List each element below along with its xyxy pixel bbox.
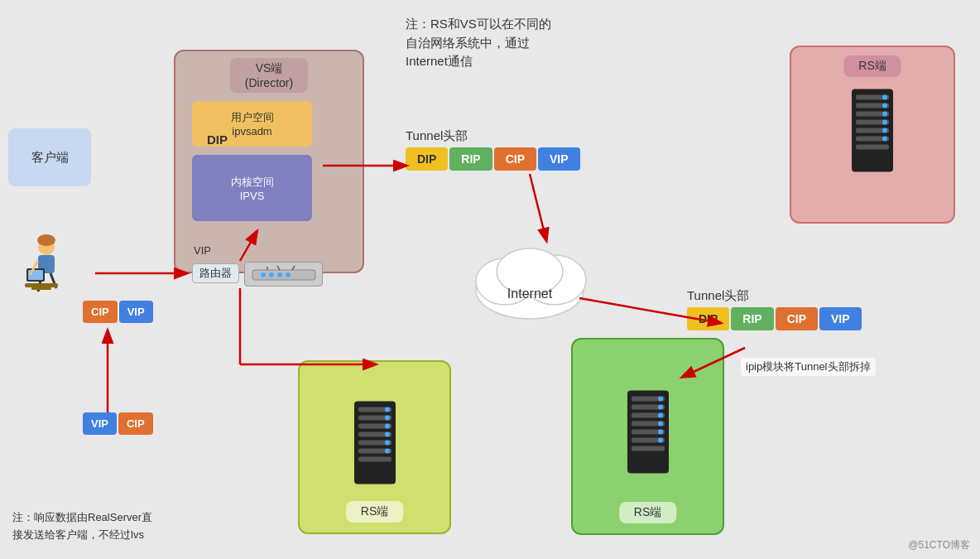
svg-point-49 [385,441,390,446]
svg-point-46 [385,416,390,421]
vip-label: VIP [194,244,211,257]
vs-box: VS端 (Director) 用户空间 ipvsadm 内核空间 IPVS VI… [174,50,364,273]
svg-rect-19 [25,283,58,287]
rs-label-bottom-right: RS端 [619,502,676,523]
svg-point-8 [882,94,887,99]
pkt-cip-top: CIP [494,147,536,171]
vs-label: VS端 (Director) [230,58,308,93]
svg-point-12 [882,128,887,133]
svg-point-13 [882,136,887,141]
svg-point-45 [385,407,390,412]
rs-box-topright: RS端 [790,46,955,224]
kernel-space: 内核空间 IPVS [192,155,312,221]
note-top: 注：RS和VS可以在不同的 自治网络系统中，通过 Internet通信 [406,15,551,71]
pkt-vip-client-bottom: VIP [83,412,117,435]
svg-point-10 [882,111,887,116]
svg-line-30 [277,266,280,270]
svg-text:Internet: Internet [507,287,553,301]
svg-rect-7 [856,144,889,149]
svg-point-25 [261,272,266,277]
svg-point-26 [269,272,274,277]
svg-point-15 [37,234,55,246]
svg-rect-20 [31,287,51,290]
watermark: @51CTO博客 [908,538,970,552]
note-bottom: 注：响应数据由RealServer直 接发送给客户端，不经过lvs [12,509,152,544]
svg-line-67 [530,174,546,240]
cip-vip-top: CIP VIP [83,301,153,323]
server-icon-bottom-left [342,398,408,489]
rs-label-topright: RS端 [843,55,901,77]
rs-box-bottom-right: RS端 [571,338,724,535]
ipip-text: ipip模块将Tunnel头部拆掉 [741,358,876,376]
pkt-vip-bottom: VIP [819,307,862,330]
internet-cloud: Internet [464,232,596,323]
server-icon-topright [839,84,906,176]
tunnel-top: Tunnel头部 DIP RIP CIP VIP [406,128,580,171]
svg-point-48 [385,432,390,437]
svg-point-61 [658,413,663,418]
svg-line-31 [292,266,295,270]
dip-label: DIP [207,133,228,147]
pkt-cip-client-bottom: CIP [118,412,153,435]
tunnel-bottom-packets: DIP RIP CIP VIP [687,307,862,330]
tunnel-bottom-label: Tunnel头部 [687,288,862,304]
tunnel-top-label: Tunnel头部 [406,128,580,144]
router-label: 路由器 [192,263,239,283]
svg-point-9 [882,103,887,108]
pkt-rip-bottom: RIP [731,307,773,330]
svg-point-50 [385,449,390,454]
pkt-vip-top: VIP [538,147,580,171]
svg-rect-58 [632,446,665,451]
pkt-cip-bottom: CIP [776,307,818,330]
client-label: 客户端 [31,150,69,166]
router-icon [244,262,323,287]
pkt-rip-top: RIP [449,147,492,171]
pkt-dip-bottom: DIP [687,307,729,330]
server-icon-bottom-right [615,387,681,478]
svg-point-47 [385,424,390,429]
rs-label-bottom-left: RS端 [346,501,403,523]
vip-cip-bottom: VIP CIP [83,412,153,435]
svg-point-27 [277,272,282,277]
client-box: 客户端 [8,128,91,186]
pkt-vip-client-top: VIP [119,301,153,323]
svg-rect-44 [358,457,392,462]
svg-point-62 [658,422,663,426]
tunnel-top-packets: DIP RIP CIP VIP [406,147,580,171]
svg-point-63 [658,430,663,435]
rs-box-bottom-left: RS端 [298,360,451,534]
svg-point-11 [882,119,887,124]
svg-point-60 [658,405,663,410]
svg-point-28 [286,272,291,277]
svg-point-64 [658,438,663,443]
pkt-dip-top: DIP [406,147,448,171]
tunnel-bottom: Tunnel头部 DIP RIP CIP VIP [687,288,862,330]
pkt-cip-client-top: CIP [83,301,118,323]
person-illustration [15,232,89,306]
svg-point-59 [658,397,663,402]
